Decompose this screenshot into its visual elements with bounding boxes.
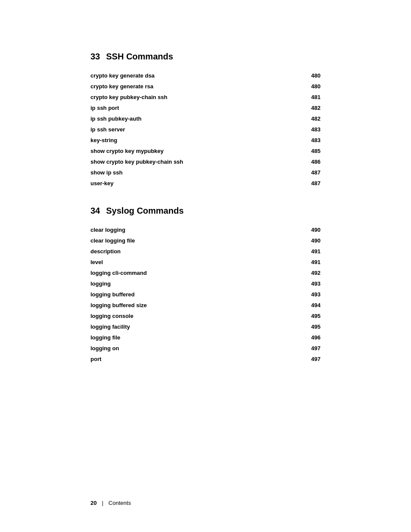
toc-item-page: 483 bbox=[303, 126, 321, 133]
toc-row: show crypto key mypubkey485 bbox=[90, 146, 321, 156]
footer-separator: | bbox=[102, 500, 103, 506]
toc-item-label: crypto key generate rsa bbox=[90, 83, 303, 90]
section-number-ssh-commands: 33 bbox=[90, 52, 100, 62]
toc-item-label: logging buffered bbox=[90, 291, 303, 298]
section-title-ssh-commands: 33SSH Commands bbox=[90, 52, 321, 62]
toc-row: level491 bbox=[90, 257, 321, 268]
section-label-ssh-commands: SSH Commands bbox=[106, 52, 173, 62]
toc-row: ip ssh port482 bbox=[90, 103, 321, 113]
toc-item-page: 495 bbox=[303, 324, 321, 330]
toc-item-label: ip ssh port bbox=[90, 105, 303, 111]
toc-row: key-string483 bbox=[90, 135, 321, 146]
toc-item-page: 486 bbox=[303, 159, 321, 165]
toc-row: crypto key generate rsa480 bbox=[90, 81, 321, 92]
toc-item-label: logging on bbox=[90, 345, 303, 352]
toc-item-label: ip ssh pubkey-auth bbox=[90, 115, 303, 122]
toc-item-label: clear logging file bbox=[90, 237, 303, 244]
page: 33SSH Commandscrypto key generate dsa480… bbox=[0, 0, 411, 532]
toc-row: show crypto key pubkey-chain ssh486 bbox=[90, 156, 321, 167]
toc-item-page: 496 bbox=[303, 334, 321, 341]
toc-item-page: 494 bbox=[303, 302, 321, 308]
toc-item-label: show crypto key mypubkey bbox=[90, 148, 303, 154]
toc-item-label: level bbox=[90, 259, 303, 265]
toc-row: crypto key generate dsa480 bbox=[90, 70, 321, 81]
toc-item-label: ip ssh server bbox=[90, 126, 303, 133]
toc-row: logging on497 bbox=[90, 343, 321, 354]
toc-item-page: 497 bbox=[303, 345, 321, 352]
toc-item-page: 493 bbox=[303, 291, 321, 298]
toc-item-label: clear logging bbox=[90, 227, 303, 233]
toc-item-label: port bbox=[90, 356, 303, 362]
page-footer: 20 | Contents bbox=[90, 500, 321, 506]
toc-item-page: 491 bbox=[303, 248, 321, 255]
toc-row: logging file496 bbox=[90, 332, 321, 343]
toc-item-label: crypto key generate dsa bbox=[90, 72, 303, 79]
toc-row: ip ssh server483 bbox=[90, 124, 321, 135]
toc-row: show ip ssh487 bbox=[90, 167, 321, 178]
footer-label: Contents bbox=[109, 500, 131, 506]
toc-item-page: 480 bbox=[303, 72, 321, 79]
toc-item-label: logging cli-command bbox=[90, 270, 303, 276]
section-title-syslog-commands: 34Syslog Commands bbox=[90, 206, 321, 216]
toc-row: logging facility495 bbox=[90, 321, 321, 332]
toc-item-page: 482 bbox=[303, 105, 321, 111]
toc-item-page: 490 bbox=[303, 237, 321, 244]
toc-item-page: 480 bbox=[303, 83, 321, 90]
toc-item-page: 487 bbox=[303, 180, 321, 187]
toc-row: logging console495 bbox=[90, 311, 321, 321]
toc-item-page: 491 bbox=[303, 259, 321, 265]
toc-row: user-key487 bbox=[90, 178, 321, 189]
toc-item-label: crypto key pubkey-chain ssh bbox=[90, 94, 303, 100]
toc-row: logging493 bbox=[90, 278, 321, 289]
toc-item-label: show crypto key pubkey-chain ssh bbox=[90, 159, 303, 165]
toc-item-page: 485 bbox=[303, 148, 321, 154]
toc-item-page: 483 bbox=[303, 137, 321, 143]
toc-row: clear logging490 bbox=[90, 224, 321, 235]
toc-row: description491 bbox=[90, 246, 321, 257]
toc-item-label: logging bbox=[90, 280, 303, 287]
toc-row: ip ssh pubkey-auth482 bbox=[90, 113, 321, 124]
toc-item-label: logging console bbox=[90, 313, 303, 319]
footer-page-number: 20 bbox=[90, 500, 97, 506]
toc-item-label: description bbox=[90, 248, 303, 255]
section-ssh-commands: 33SSH Commandscrypto key generate dsa480… bbox=[90, 52, 321, 189]
toc-item-page: 495 bbox=[303, 313, 321, 319]
toc-item-page: 497 bbox=[303, 356, 321, 362]
toc-row: logging cli-command492 bbox=[90, 268, 321, 278]
toc-row: clear logging file490 bbox=[90, 235, 321, 246]
toc-item-page: 481 bbox=[303, 94, 321, 100]
toc-item-label: key-string bbox=[90, 137, 303, 143]
toc-item-label: logging buffered size bbox=[90, 302, 303, 308]
toc-item-page: 490 bbox=[303, 227, 321, 233]
toc-item-page: 487 bbox=[303, 169, 321, 176]
toc-item-page: 482 bbox=[303, 115, 321, 122]
toc-row: crypto key pubkey-chain ssh481 bbox=[90, 92, 321, 103]
toc-item-page: 492 bbox=[303, 270, 321, 276]
toc-item-label: user-key bbox=[90, 180, 303, 187]
toc-item-label: logging file bbox=[90, 334, 303, 341]
toc-item-label: logging facility bbox=[90, 324, 303, 330]
section-number-syslog-commands: 34 bbox=[90, 206, 100, 216]
toc-item-label: show ip ssh bbox=[90, 169, 303, 176]
section-label-syslog-commands: Syslog Commands bbox=[106, 206, 184, 216]
toc-item-page: 493 bbox=[303, 280, 321, 287]
section-syslog-commands: 34Syslog Commandsclear logging490clear l… bbox=[90, 206, 321, 364]
toc-row: logging buffered493 bbox=[90, 289, 321, 300]
toc-row: logging buffered size494 bbox=[90, 300, 321, 311]
toc-row: port497 bbox=[90, 354, 321, 364]
